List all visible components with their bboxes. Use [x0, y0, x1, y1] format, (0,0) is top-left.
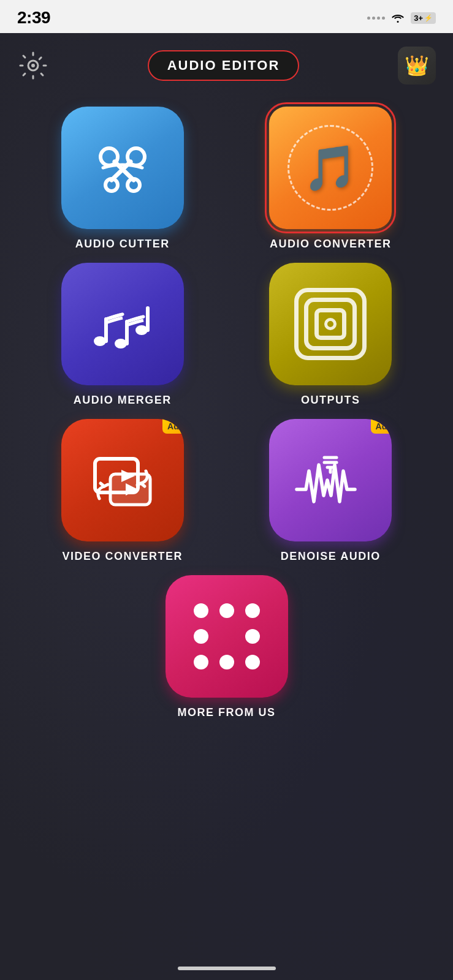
music-note-icon: 🎵 — [303, 142, 358, 194]
scissors-icon — [86, 131, 159, 205]
gear-icon — [19, 51, 47, 80]
app-item-outputs[interactable]: OUTPUTS — [239, 263, 423, 407]
outputs-label: OUTPUTS — [301, 394, 360, 407]
dot-9 — [245, 655, 260, 669]
app-item-denoise-audio[interactable]: Ad DENOISE AUDIO — [239, 419, 423, 563]
music-notes-icon — [83, 287, 162, 361]
ad-badge-denoise: Ad — [371, 419, 392, 434]
dot-6 — [245, 629, 260, 644]
more-from-us-icon — [166, 575, 288, 698]
battery-level: 3+ — [414, 13, 423, 23]
denoise-audio-icon: Ad — [269, 419, 392, 541]
dot-7 — [194, 655, 208, 669]
video-converter-label: VIDEO CONVERTER — [62, 550, 183, 563]
premium-button[interactable]: 👑 — [398, 47, 436, 85]
app-item-audio-converter[interactable]: 🎵 AUDIO CONVERTER — [239, 107, 423, 251]
battery-indicator: 3+ ⚡ — [411, 12, 436, 24]
video-converter-graphic — [86, 447, 159, 514]
status-bar: 2:39 3+ ⚡ — [0, 0, 453, 33]
audio-converter-icon: 🎵 — [269, 107, 392, 229]
apps-grid: AUDIO CUTTER 🎵 AUDIO CONVERTER — [0, 94, 453, 731]
audio-cutter-label: AUDIO CUTTER — [75, 238, 170, 251]
audio-merger-icon — [61, 263, 184, 385]
settings-button[interactable] — [17, 50, 49, 81]
app-item-audio-cutter[interactable]: AUDIO CUTTER — [31, 107, 215, 251]
dot-1 — [194, 603, 208, 618]
waveform-icon — [291, 447, 370, 514]
app-title-pill: AUDIO EDITOR — [148, 50, 300, 81]
crown-icon: 👑 — [405, 54, 429, 77]
video-converter-icon: Ad — [61, 419, 184, 541]
dot-4 — [194, 629, 208, 644]
app-title: AUDIO EDITOR — [167, 58, 280, 73]
outputs-icon — [269, 263, 392, 385]
svg-point-6 — [128, 179, 140, 191]
audio-cutter-icon — [61, 107, 184, 229]
ad-badge-video: Ad — [162, 419, 184, 434]
dot-3 — [245, 603, 260, 618]
svg-point-5 — [105, 179, 118, 191]
denoise-audio-label: DENOISE AUDIO — [281, 550, 381, 563]
svg-point-0 — [31, 64, 35, 67]
dots-grid — [188, 597, 266, 676]
status-icons: 3+ ⚡ — [367, 12, 436, 24]
main-content: AUDIO EDITOR 👑 — [0, 33, 453, 980]
audio-converter-label: AUDIO CONVERTER — [270, 238, 392, 251]
status-time: 2:39 — [17, 8, 50, 28]
top-nav: AUDIO EDITOR 👑 — [0, 33, 453, 94]
audio-merger-label: AUDIO MERGER — [74, 394, 172, 407]
battery-charging-icon: ⚡ — [424, 14, 433, 22]
app-item-more-from-us[interactable]: MORE FROM US — [31, 575, 422, 719]
dot-2 — [219, 603, 234, 618]
app-item-video-converter[interactable]: Ad VIDEO CONVERTER — [31, 419, 215, 563]
home-indicator — [178, 967, 276, 970]
more-from-us-label: MORE FROM US — [178, 706, 276, 719]
signal-icon — [367, 17, 385, 20]
wifi-icon — [391, 13, 405, 23]
dot-8 — [219, 655, 234, 669]
app-item-audio-merger[interactable]: AUDIO MERGER — [31, 263, 215, 407]
